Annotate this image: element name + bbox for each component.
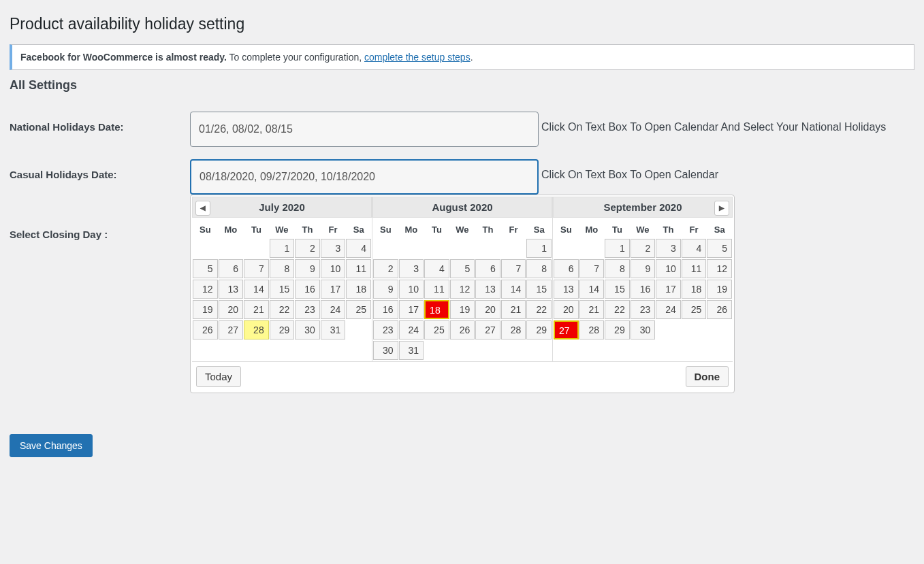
datepicker-day[interactable]: 3 bbox=[321, 239, 346, 258]
datepicker-day[interactable]: 12 bbox=[193, 280, 218, 299]
casual-holidays-input[interactable] bbox=[190, 159, 539, 195]
datepicker-day[interactable]: 15 bbox=[526, 280, 552, 299]
datepicker-day[interactable]: 26 bbox=[707, 300, 732, 319]
datepicker-day[interactable]: 23 bbox=[631, 300, 656, 319]
datepicker-day[interactable]: 3 bbox=[656, 239, 681, 258]
datepicker-day[interactable]: 27 bbox=[475, 320, 500, 339]
datepicker-day[interactable]: 12 bbox=[707, 259, 732, 278]
datepicker-day[interactable]: 6 bbox=[554, 259, 579, 278]
datepicker-day[interactable]: 2 bbox=[631, 239, 656, 258]
datepicker-day[interactable]: 12 bbox=[450, 280, 475, 299]
datepicker-day[interactable]: 15 bbox=[605, 280, 630, 299]
datepicker-day[interactable]: 18 bbox=[682, 280, 707, 299]
datepicker-day[interactable]: 29 bbox=[605, 320, 630, 339]
datepicker-day[interactable]: 28 bbox=[244, 320, 269, 339]
datepicker-day[interactable]: 16 bbox=[373, 300, 398, 319]
datepicker-day[interactable]: 8 bbox=[605, 259, 630, 278]
datepicker-day[interactable]: 30 bbox=[373, 341, 398, 360]
datepicker-day[interactable]: 11 bbox=[424, 280, 449, 299]
datepicker-day[interactable]: 24 bbox=[399, 320, 424, 339]
datepicker-day[interactable]: 5 bbox=[450, 259, 475, 278]
datepicker-day[interactable]: 30 bbox=[295, 320, 320, 339]
national-holidays-input[interactable] bbox=[190, 112, 539, 147]
datepicker-day[interactable]: 18 bbox=[424, 300, 449, 319]
datepicker-day[interactable]: 25 bbox=[346, 300, 371, 319]
datepicker-day[interactable]: 25 bbox=[682, 300, 707, 319]
datepicker-day[interactable]: 5 bbox=[193, 259, 218, 278]
datepicker-day[interactable]: 23 bbox=[373, 320, 398, 339]
save-button[interactable]: Save Changes bbox=[10, 434, 93, 457]
datepicker-day[interactable]: 10 bbox=[399, 280, 424, 299]
datepicker-day[interactable]: 19 bbox=[193, 300, 218, 319]
datepicker-day[interactable]: 19 bbox=[450, 300, 475, 319]
datepicker-day[interactable]: 21 bbox=[244, 300, 269, 319]
datepicker-day[interactable]: 16 bbox=[631, 280, 656, 299]
datepicker-today-button[interactable]: Today bbox=[196, 366, 241, 387]
datepicker-day[interactable]: 29 bbox=[270, 320, 295, 339]
datepicker-day[interactable]: 26 bbox=[450, 320, 475, 339]
datepicker-day[interactable]: 21 bbox=[579, 300, 605, 319]
datepicker-day[interactable]: 6 bbox=[219, 259, 244, 278]
datepicker-day[interactable]: 8 bbox=[270, 259, 295, 278]
datepicker-day[interactable]: 27 bbox=[554, 320, 579, 339]
datepicker-day[interactable]: 28 bbox=[579, 320, 605, 339]
datepicker-day[interactable]: 26 bbox=[193, 320, 218, 339]
datepicker-day[interactable]: 6 bbox=[475, 259, 500, 278]
datepicker-day[interactable]: 10 bbox=[656, 259, 681, 278]
datepicker-day[interactable]: 7 bbox=[244, 259, 269, 278]
datepicker-day[interactable]: 11 bbox=[346, 259, 371, 278]
datepicker-day[interactable]: 4 bbox=[346, 239, 371, 258]
datepicker-day[interactable]: 30 bbox=[631, 320, 656, 339]
datepicker-day[interactable]: 22 bbox=[270, 300, 295, 319]
datepicker-day[interactable]: 4 bbox=[424, 259, 449, 278]
notice-link[interactable]: complete the setup steps bbox=[364, 52, 471, 63]
datepicker-day[interactable]: 4 bbox=[682, 239, 707, 258]
datepicker-day[interactable]: 28 bbox=[501, 320, 526, 339]
datepicker-day[interactable]: 23 bbox=[295, 300, 320, 319]
datepicker-day[interactable]: 22 bbox=[526, 300, 552, 319]
datepicker-day[interactable]: 13 bbox=[475, 280, 500, 299]
datepicker-day[interactable]: 27 bbox=[219, 320, 244, 339]
datepicker-day[interactable]: 11 bbox=[682, 259, 707, 278]
datepicker-day[interactable]: 9 bbox=[631, 259, 656, 278]
datepicker-day[interactable]: 29 bbox=[526, 320, 552, 339]
datepicker-prev-button[interactable]: ◀ bbox=[195, 201, 210, 216]
datepicker-day[interactable]: 24 bbox=[656, 300, 681, 319]
datepicker-day[interactable]: 21 bbox=[501, 300, 526, 319]
datepicker-day[interactable]: 7 bbox=[579, 259, 605, 278]
datepicker-day[interactable]: 14 bbox=[501, 280, 526, 299]
datepicker-day[interactable]: 15 bbox=[270, 280, 295, 299]
datepicker-day[interactable]: 1 bbox=[605, 239, 630, 258]
datepicker-day[interactable]: 14 bbox=[579, 280, 605, 299]
datepicker-day[interactable]: 13 bbox=[219, 280, 244, 299]
datepicker-day[interactable]: 13 bbox=[554, 280, 579, 299]
datepicker-day[interactable]: 31 bbox=[399, 341, 424, 360]
datepicker-day[interactable]: 14 bbox=[244, 280, 269, 299]
datepicker-day[interactable]: 3 bbox=[399, 259, 424, 278]
datepicker-day[interactable]: 8 bbox=[526, 259, 552, 278]
datepicker-day[interactable]: 2 bbox=[373, 259, 398, 278]
datepicker-day[interactable]: 17 bbox=[321, 280, 346, 299]
datepicker-day[interactable]: 7 bbox=[501, 259, 526, 278]
datepicker-day[interactable]: 25 bbox=[424, 320, 449, 339]
datepicker-day[interactable]: 20 bbox=[219, 300, 244, 319]
datepicker-day[interactable]: 9 bbox=[373, 280, 398, 299]
datepicker-day[interactable]: 16 bbox=[295, 280, 320, 299]
datepicker-next-button[interactable]: ▶ bbox=[714, 201, 729, 216]
datepicker-day[interactable]: 22 bbox=[605, 300, 630, 319]
datepicker-day[interactable]: 18 bbox=[346, 280, 371, 299]
datepicker-day[interactable]: 2 bbox=[295, 239, 320, 258]
datepicker-day[interactable]: 10 bbox=[321, 259, 346, 278]
datepicker-day[interactable]: 9 bbox=[295, 259, 320, 278]
datepicker-day[interactable]: 20 bbox=[475, 300, 500, 319]
datepicker-day[interactable]: 19 bbox=[707, 280, 732, 299]
datepicker-day[interactable]: 1 bbox=[526, 239, 552, 258]
datepicker-day[interactable]: 20 bbox=[554, 300, 579, 319]
datepicker-day[interactable]: 17 bbox=[656, 280, 681, 299]
datepicker-day[interactable]: 5 bbox=[707, 239, 732, 258]
datepicker-day[interactable]: 17 bbox=[399, 300, 424, 319]
datepicker-done-button[interactable]: Done bbox=[686, 366, 729, 387]
datepicker-day[interactable]: 1 bbox=[270, 239, 295, 258]
datepicker-day[interactable]: 31 bbox=[321, 320, 346, 339]
datepicker-day[interactable]: 24 bbox=[321, 300, 346, 319]
